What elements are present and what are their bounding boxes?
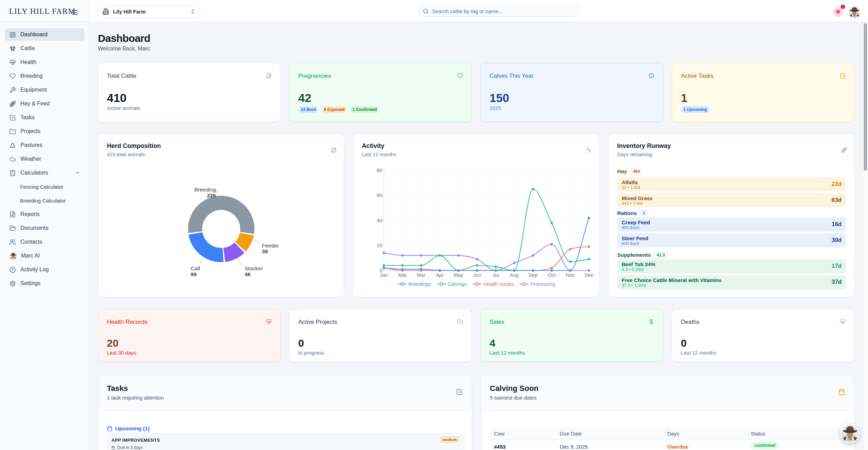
svg-text:20: 20 <box>377 243 382 248</box>
svg-text:Apr: Apr <box>436 272 444 278</box>
svg-text:Jun: Jun <box>473 272 481 278</box>
svg-text:Aug: Aug <box>510 272 519 278</box>
svg-text:Stocker: Stocker <box>245 265 263 271</box>
svg-text:Feeder: Feeder <box>262 243 279 249</box>
svg-text:0: 0 <box>380 268 382 273</box>
svg-text:60: 60 <box>377 193 382 198</box>
svg-text:May: May <box>454 272 463 278</box>
svg-text:Dec: Dec <box>584 272 593 278</box>
svg-text:Nov: Nov <box>566 272 575 278</box>
svg-text:80: 80 <box>377 168 382 173</box>
svg-text:226: 226 <box>207 193 216 198</box>
svg-text:Mar: Mar <box>417 272 426 278</box>
svg-text:39: 39 <box>262 249 268 254</box>
svg-text:Breeding: Breeding <box>194 187 216 193</box>
svg-text:Jul: Jul <box>493 272 499 278</box>
svg-text:Mar: Mar <box>398 272 407 278</box>
svg-text:Oct: Oct <box>548 272 556 278</box>
svg-text:Sep: Sep <box>529 272 538 278</box>
svg-text:46: 46 <box>245 271 251 277</box>
svg-text:99: 99 <box>191 271 197 277</box>
svg-text:40: 40 <box>377 218 382 223</box>
svg-text:Calf: Calf <box>191 265 200 271</box>
